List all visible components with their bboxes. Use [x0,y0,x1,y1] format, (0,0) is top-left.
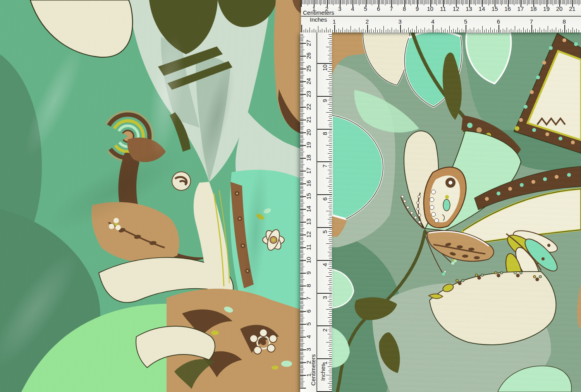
ruler-tick [409,0,410,4]
ruler-tick [531,0,531,4]
ruler-tick [300,383,303,383]
ruler-tick [329,274,332,275]
ruler-tick [549,0,549,4]
ruler-tick [442,0,442,4]
ruler-tick [329,77,332,78]
ruler-tick [304,0,304,4]
ruler-tick [300,255,303,255]
ruler-tick [328,59,332,59]
ruler-tick [329,213,332,213]
ruler-tick [300,252,303,253]
ruler-tick [302,0,303,4]
ruler-tick [300,346,303,346]
ruler-tick [329,106,332,106]
ruler-tick [329,225,332,226]
ruler-tick [345,30,345,33]
ruler-tick [328,186,332,187]
ruler-tick [328,346,332,346]
ruler-number: 14 [479,6,485,12]
ruler-tick [300,208,303,208]
ruler-number: 20 [306,129,311,136]
ruler-tick [329,307,332,308]
ruler-tick [329,299,332,300]
ruler-tick [541,0,541,4]
ruler-number: 2 [325,6,328,12]
ruler-tick [300,57,303,57]
ruler-tick [300,270,303,270]
ruler-tick [300,370,303,370]
ruler-tick [328,256,332,256]
ruler-tick [407,0,407,4]
ruler-tick [519,0,520,4]
vertical-centimeters-label: Centimeters [310,354,316,386]
ruler-tick [300,72,303,73]
ruler-tick [300,51,303,51]
ruler-tick [310,0,310,4]
ruler-tick [300,71,303,72]
ruler-tick [329,192,332,193]
ruler-tick [544,29,544,33]
ruler-tick [564,0,565,4]
ruler-tick [300,67,303,68]
ruler-tick [300,38,303,38]
ruler-tick [300,371,303,371]
ruler-tick [300,47,303,47]
ruler-tick [300,241,304,241]
ruler-tick [300,316,303,317]
ruler-tick [300,312,303,313]
ruler-tick [502,0,503,4]
ruler-tick [324,30,325,33]
ruler-tick [403,0,403,4]
ruler-tick [300,188,303,189]
ruler-tick [300,55,303,55]
ruler-tick [543,0,543,4]
ruler-tick [412,0,413,4]
ruler-tick [300,302,303,303]
ruler-tick [540,0,540,5]
ruler-tick [527,0,528,5]
ruler-tick [360,0,361,4]
ruler-tick [412,29,413,33]
ruler-tick [380,0,380,4]
ruler-tick [328,305,332,305]
ruler-tick [471,0,472,4]
ruler-tick [363,29,363,33]
ruler-tick [429,0,429,4]
ruler-tick [388,29,388,33]
ruler-tick [300,232,303,232]
ruler-tick [309,0,309,4]
ruler-tick [326,276,332,277]
ruler-tick [554,0,555,4]
ruler-tick [364,0,364,4]
ruler-tick [300,159,303,159]
ruler-tick [300,180,303,180]
ruler-tick [300,318,304,318]
ruler-tick [329,385,332,385]
ruler-number: 15 [306,193,311,200]
ruler-tick [300,80,303,80]
ruler-tick [300,344,303,345]
ruler-tick [300,348,303,349]
ruler-tick [329,164,332,164]
ruler-tick [326,112,332,113]
ruler-tick [494,29,495,33]
ruler-tick [300,243,303,244]
ruler-tick [317,96,332,97]
ruler-tick [325,0,326,4]
ruler-tick [328,264,332,264]
ruler-tick [300,341,303,341]
ruler-tick [329,49,332,49]
ruler-tick [329,361,332,361]
ruler-tick [300,95,303,96]
ruler-tick [300,111,303,111]
ruler-tick [300,63,303,64]
ruler-tick [300,46,303,46]
ruler-tick [465,0,466,4]
ruler-tick [386,30,386,33]
ruler-tick [300,99,303,99]
ruler-tick [329,369,332,369]
ruler-tick [300,354,303,355]
ruler-tick [328,248,332,248]
ruler-tick [328,371,332,371]
ruler-number: 1 [322,361,328,365]
